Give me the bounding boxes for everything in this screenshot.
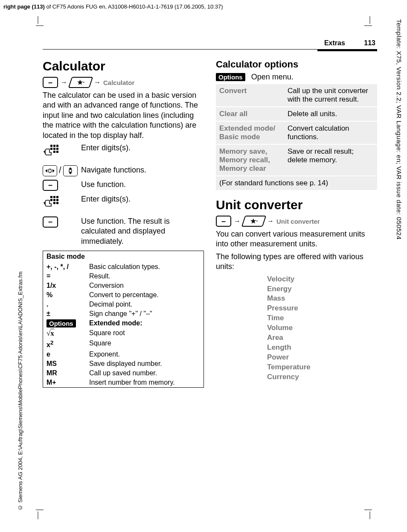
opt-desc: Call up the unit converter with the curr… [284,84,377,107]
section-name: Extras [324,39,345,47]
unit-item: Mass [267,294,377,304]
unit-item: Area [267,333,377,343]
nav-vertical-icon [63,165,78,176]
op-desc: Square root [89,329,200,338]
page-header-bold: right page (113) [3,3,45,10]
unit-intro-1: You can convert various measurement unit… [216,229,377,249]
softkey-icon: – [216,216,231,227]
op-key: 1/x [47,282,89,289]
unit-item: Volume [267,323,377,333]
left-column: Calculator – → ★ᐧ → Calculator The calcu… [43,59,204,388]
op-key: +, -, *, / [47,263,89,271]
arrow-icon: → [267,217,274,225]
opt-desc: Save or recall result; delete memory. [284,145,377,176]
svg-rect-25 [50,199,52,201]
options-pill: Options [47,319,76,327]
unit-type-list: Velocity Energy Mass Pressure Time Volum… [267,275,377,382]
step-text: Navigate functions. [81,165,146,175]
svg-marker-21 [69,172,72,174]
svg-rect-11 [50,148,52,150]
right-column: Calculator options Options Open menu. Co… [216,59,377,388]
op-desc: Save displayed number. [89,360,200,368]
running-header: Extras 113 [247,39,375,47]
svg-rect-12 [53,148,55,150]
op-key: ± [47,310,89,318]
op-desc: Result. [89,272,200,280]
op-key: = [47,272,89,280]
crop-mark-icon [32,508,44,519]
nav-horizontal-icon [43,165,57,176]
unit-item: Energy [267,284,377,294]
svg-rect-29 [56,202,58,204]
unit-item: Currency [267,372,377,382]
svg-marker-19 [69,167,72,169]
svg-rect-20 [69,170,72,172]
op-desc: Sign change "+" / "–" [89,310,200,318]
unit-converter-title: Unit converter [216,198,377,212]
op-desc: Convert to percentage. [89,291,200,299]
svg-rect-27 [56,199,58,201]
nav-path: – → ★ᐧ → Unit converter [216,216,377,227]
slash: / [58,165,62,175]
op-desc: Exponent. [89,351,200,358]
crop-mark-icon [32,16,44,27]
keypad-icon [43,143,60,162]
op-key: √x [47,329,89,338]
svg-rect-26 [53,199,55,201]
unit-item: Length [267,343,377,353]
op-desc: Insert number from memory. [89,379,200,386]
svg-rect-9 [53,145,55,147]
nav-path: – → ★ᐧ → Calculator [43,77,204,88]
svg-marker-18 [52,169,55,172]
op-key: MS [47,360,89,368]
arrow-icon: → [234,217,241,225]
op-key: % [47,291,89,299]
unit-item: Pressure [267,304,377,313]
unit-item: Power [267,353,377,362]
nav-target: Unit converter [276,218,320,225]
page-header: right page (113) of CF75 Adonis FUG en, … [3,3,223,10]
svg-rect-15 [56,151,58,153]
arrow-icon: → [94,79,101,86]
svg-rect-22 [50,196,52,198]
step-text: Use function. [81,180,126,190]
extended-mode-label: Extended mode: [89,319,200,327]
basic-mode-header: Basic mode [43,251,204,262]
op-desc: Basic calculation types. [89,263,200,271]
op-key: . [47,301,89,308]
softkey-icon: – [43,216,58,228]
svg-rect-17 [49,169,51,172]
calc-options-title: Calculator options [216,59,377,70]
step-text: Enter digits(s). [81,143,131,153]
open-menu-text: Open menu. [251,73,294,82]
op-key: MR [47,369,89,377]
op-key: x2 [47,339,89,349]
svg-rect-8 [50,145,52,147]
unit-item: Temperature [267,362,377,372]
extras-menu-icon: ★ᐧ [241,216,266,227]
copyright-path: © Siemens AG 2004, E:\Auftrag\Siemens\Mo… [17,272,23,511]
opt-key: Clear all [216,107,284,122]
unit-intro-2: The following types are offered with var… [216,252,377,272]
arrow-icon: → [61,79,67,86]
options-footer: (For standard functions see p. 14) [216,176,377,190]
op-desc: Square [89,339,200,349]
template-info: Template: X75, Version 2.2; VAR Language… [395,19,403,240]
opt-key: Extended mode/ Basic mode [216,122,284,145]
op-desc: Decimal point. [89,301,200,308]
step-text: Enter digits(s). [81,194,131,204]
softkey-icon: – [43,77,58,88]
op-desc: Conversion [89,282,200,289]
opt-key: Convert [216,84,284,107]
nav-target: Calculator [103,79,134,86]
header-rule-thick [317,49,377,51]
unit-item: Time [267,313,377,323]
svg-rect-14 [53,151,55,153]
step-text: Use function. The result is calculated a… [81,216,204,246]
page-header-rest: of CF75 Adonis FUG en, A31008-H6010-A1-1… [45,3,223,10]
keypad-icon [43,194,60,213]
svg-rect-23 [53,196,55,198]
op-key: e [47,351,89,358]
calculator-title: Calculator [43,59,204,73]
opt-desc: Delete all units. [284,107,377,122]
